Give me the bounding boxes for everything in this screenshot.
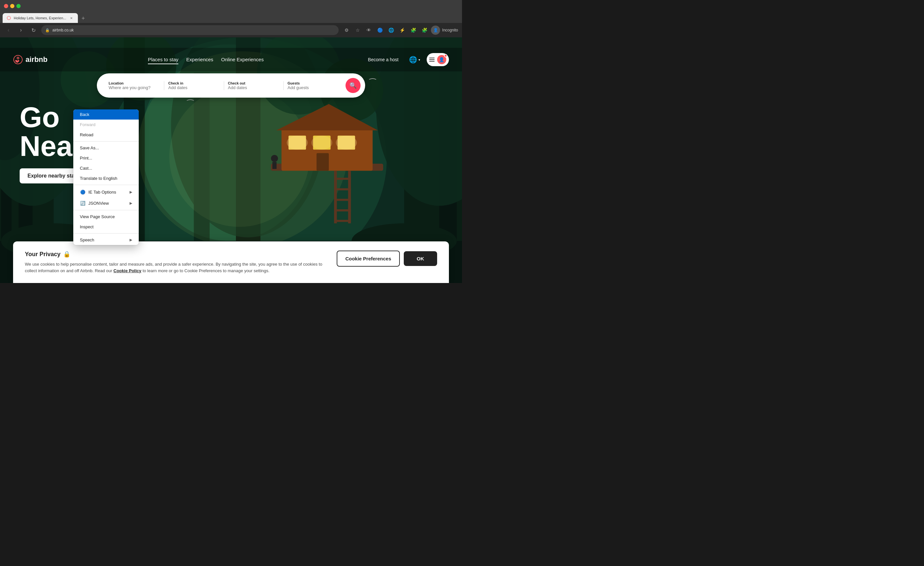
context-menu-translate-label: Translate to English (80, 176, 117, 181)
browser-chrome: Holiday Lets, Homes, Experien... ✕ + ‹ ›… (0, 0, 462, 37)
checkin-value: Add dates (168, 85, 219, 90)
puzzle-icon[interactable]: 🧩 (420, 26, 429, 35)
lock-icon: 🔒 (45, 28, 50, 32)
airbnb-logo-text: airbnb (26, 55, 48, 64)
svg-rect-33 (334, 178, 351, 180)
nav-experiences[interactable]: Experiences (186, 55, 213, 64)
checkout-value: Add dates (228, 85, 279, 90)
eye-icon[interactable]: 👁 (364, 26, 374, 35)
chevron-down-icon: ▾ (418, 58, 420, 62)
extension-icon-5[interactable]: 🧩 (409, 26, 418, 35)
minimize-button[interactable] (10, 4, 14, 8)
active-tab[interactable]: Holiday Lets, Homes, Experien... ✕ (3, 13, 78, 23)
privacy-title-text: Your Privacy (25, 251, 60, 258)
privacy-banner: Your Privacy 🔒 We use cookies to help pe… (13, 241, 449, 283)
jsonview-icon: 🔄 (80, 200, 86, 206)
search-bar: Location Where are you going? Check in A… (97, 73, 365, 98)
maximize-button[interactable] (16, 4, 21, 8)
profile-icon[interactable]: 👤 (431, 26, 440, 35)
location-value: Where are you going? (109, 85, 160, 90)
extension-icon-2[interactable]: 🔵 (375, 26, 384, 35)
context-menu-item-back[interactable]: Back (73, 109, 139, 120)
tab-close-button[interactable]: ✕ (69, 15, 74, 21)
context-menu-print-label: Print... (80, 156, 92, 161)
privacy-text: We use cookies to help personalise conte… (25, 261, 329, 274)
guests-label: Guests (288, 81, 339, 85)
context-menu-reload-label: Reload (80, 132, 93, 137)
context-menu-item-translate[interactable]: Translate to English (73, 173, 139, 184)
traffic-lights (4, 4, 21, 8)
cookie-policy-link[interactable]: Cookie Policy (114, 268, 141, 273)
context-menu-item-speech[interactable]: Speech ▶ (73, 235, 139, 245)
svg-point-28 (286, 135, 308, 150)
context-menu-ie-tab-label: IE Tab Options (88, 190, 116, 194)
privacy-lock-icon: 🔒 (63, 251, 70, 258)
guests-value: Add guests (288, 85, 339, 90)
context-menu-item-view-source[interactable]: View Page Source (73, 212, 139, 222)
extension-icon-4[interactable]: ⚡ (398, 26, 407, 35)
svg-rect-39 (272, 162, 276, 169)
airbnb-logo[interactable]: airbnb (13, 55, 48, 65)
main-nav: Places to stay Experiences Online Experi… (148, 55, 264, 64)
context-menu-item-reload[interactable]: Reload (73, 130, 139, 140)
title-bar (0, 0, 462, 12)
context-menu-separator-4 (73, 233, 139, 233)
svg-point-29 (311, 135, 332, 150)
context-menu-speech-label: Speech (80, 238, 94, 242)
reload-button[interactable]: ↻ (29, 26, 38, 35)
extension-icon-3[interactable]: 🌐 (386, 26, 396, 35)
context-menu-item-print[interactable]: Print... (73, 153, 139, 163)
tab-favicon (6, 16, 11, 20)
privacy-title: Your Privacy 🔒 (25, 251, 329, 258)
context-menu-save-as-label: Save As... (80, 145, 99, 151)
checkout-section[interactable]: Check out Add dates (224, 81, 284, 90)
svg-rect-35 (334, 199, 351, 201)
location-label: Location (109, 81, 160, 85)
context-menu-item-save-as[interactable]: Save As... (73, 143, 139, 153)
location-section[interactable]: Location Where are you going? (105, 81, 164, 90)
svg-rect-27 (316, 153, 329, 171)
ie-tab-icon: 🔵 (80, 189, 86, 195)
svg-rect-34 (334, 188, 351, 190)
privacy-content: Your Privacy 🔒 We use cookies to help pe… (25, 251, 329, 274)
cookie-preferences-button[interactable]: Cookie Preferences (337, 251, 399, 266)
extension-icon-1[interactable]: ⚙ (342, 26, 351, 35)
forward-button[interactable]: › (16, 26, 26, 35)
url-bar[interactable]: 🔒 airbnb.co.uk (41, 25, 339, 35)
tabs-bar: Holiday Lets, Homes, Experien... ✕ + (0, 12, 462, 23)
context-menu: Back Forward Reload Save As... Print... … (73, 109, 139, 245)
become-host-button[interactable]: Become a host (364, 54, 402, 65)
nav-online-experiences[interactable]: Online Experiences (221, 55, 264, 64)
checkin-label: Check in (168, 81, 219, 85)
nav-places-to-stay[interactable]: Places to stay (148, 55, 178, 64)
url-text: airbnb.co.uk (52, 28, 74, 32)
context-menu-item-forward[interactable]: Forward (73, 120, 139, 130)
ok-button[interactable]: OK (404, 251, 438, 266)
context-menu-item-cast[interactable]: Cast... (73, 163, 139, 173)
new-tab-button[interactable]: + (78, 14, 88, 23)
context-menu-item-inspect[interactable]: Inspect (73, 222, 139, 232)
context-menu-cast-label: Cast... (80, 166, 92, 171)
context-menu-separator-2 (73, 185, 139, 185)
guests-section[interactable]: Guests Add guests (284, 81, 343, 90)
bookmark-icon[interactable]: ☆ (353, 26, 362, 35)
context-menu-view-source-label: View Page Source (80, 214, 115, 219)
checkout-label: Check out (228, 81, 279, 85)
context-menu-forward-label: Forward (80, 122, 96, 127)
context-menu-back-label: Back (80, 112, 89, 117)
privacy-text-part2: to learn more or go to Cookie Preference… (142, 268, 270, 273)
checkin-section[interactable]: Check in Add dates (164, 81, 224, 90)
search-button[interactable]: 🔍 (345, 78, 361, 93)
context-menu-separator-1 (73, 141, 139, 142)
page-content: Get the latest on our COVID-19 response (0, 37, 462, 283)
context-menu-item-ie-tab[interactable]: 🔵 IE Tab Options ▶ (73, 187, 139, 197)
close-button[interactable] (4, 4, 8, 8)
language-selector[interactable]: 🌐 ▾ (406, 53, 423, 66)
airbnb-header: airbnb Places to stay Experiences Online… (0, 48, 462, 71)
user-menu-button[interactable]: 👤 (427, 53, 449, 66)
globe-icon: 🌐 (409, 56, 417, 63)
context-menu-jsonview-label: JSONView (88, 201, 109, 206)
context-menu-item-jsonview[interactable]: 🔄 JSONView ▶ (73, 197, 139, 209)
context-menu-separator-3 (73, 210, 139, 210)
back-button[interactable]: ‹ (4, 26, 13, 35)
